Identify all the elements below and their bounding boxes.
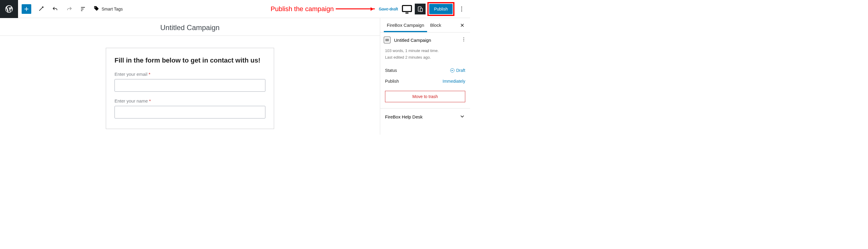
settings-sidebar: FireBox Campaign Block Untitled Campaign…: [380, 18, 470, 135]
close-sidebar-button[interactable]: [458, 21, 466, 29]
publish-date-label: Publish: [385, 79, 399, 84]
undo-button[interactable]: [49, 3, 61, 15]
svg-rect-0: [402, 5, 411, 11]
smart-tags-button[interactable]: Smart Tags: [93, 5, 123, 12]
svg-point-8: [463, 40, 464, 41]
email-label: Enter your email *: [115, 71, 266, 77]
responsive-preview-button[interactable]: [415, 4, 426, 14]
edit-mode-button[interactable]: [35, 3, 48, 15]
publish-highlight: Publish: [427, 2, 455, 16]
document-actions-button[interactable]: [461, 37, 466, 43]
chevron-down-icon: [459, 113, 465, 120]
document-overview-button[interactable]: [77, 3, 89, 15]
publish-date-button[interactable]: Immediately: [443, 79, 465, 84]
svg-point-4: [461, 8, 462, 9]
email-field[interactable]: [115, 79, 266, 92]
document-icon: [384, 37, 391, 43]
annotation-publish-callout: Publish the campaign: [271, 5, 374, 13]
save-draft-button[interactable]: Save draft: [376, 4, 401, 14]
editor-canvas[interactable]: Untitled Campaign Fill in the form below…: [0, 18, 380, 135]
page-title[interactable]: Untitled Campaign: [0, 18, 380, 35]
add-block-button[interactable]: [22, 4, 31, 14]
redo-button[interactable]: [63, 3, 75, 15]
smart-tags-label: Smart Tags: [101, 7, 123, 11]
svg-point-3: [461, 7, 462, 7]
meta-word-count: 103 words, 1 minute read time.: [385, 48, 465, 54]
svg-point-7: [463, 39, 464, 40]
annotation-arrow-icon: [336, 8, 375, 9]
status-value-button[interactable]: Draft: [450, 68, 465, 73]
name-label: Enter your name *: [115, 98, 266, 103]
contact-form-block[interactable]: Fill in the form below to get in contact…: [106, 48, 274, 129]
move-to-trash-button[interactable]: Move to trash: [385, 91, 465, 102]
publish-button[interactable]: Publish: [429, 4, 453, 14]
name-field[interactable]: [115, 106, 266, 119]
svg-point-6: [463, 38, 464, 38]
preview-button[interactable]: [401, 3, 413, 15]
top-toolbar: Smart Tags Publish the campaign Save dra…: [0, 0, 470, 18]
status-label: Status: [385, 68, 397, 73]
form-heading: Fill in the form below to get in contact…: [115, 57, 266, 64]
status-draft-icon: [450, 68, 455, 72]
help-desk-panel-toggle[interactable]: FireBox Help Desk: [380, 108, 470, 125]
meta-last-edited: Last edited 2 minutes ago.: [385, 54, 465, 61]
tab-block[interactable]: Block: [427, 18, 444, 32]
tab-firebox-campaign[interactable]: FireBox Campaign: [384, 18, 427, 32]
more-options-button[interactable]: [456, 3, 468, 15]
document-title: Untitled Campaign: [394, 38, 431, 43]
svg-rect-2: [420, 8, 423, 11]
wordpress-logo[interactable]: [0, 0, 18, 18]
tag-icon: [93, 5, 99, 12]
svg-point-5: [461, 10, 462, 11]
